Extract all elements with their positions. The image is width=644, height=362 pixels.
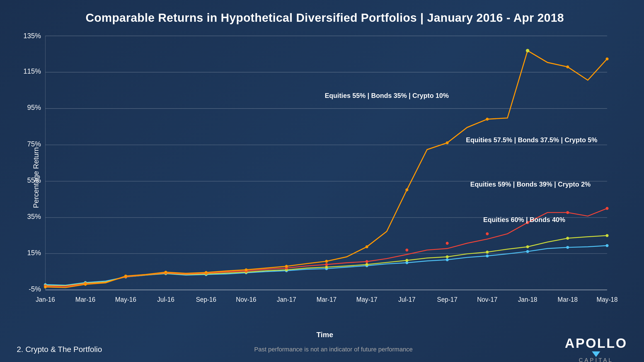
logo-subtitle: CAPITAL — [579, 357, 613, 362]
svg-point-58 — [486, 251, 489, 254]
svg-text:Jan-17: Jan-17 — [277, 296, 296, 303]
chart-title: Comparable Returns in Hypothetical Diver… — [22, 11, 627, 25]
disclaimer-text: Past performance is not an indicator of … — [102, 346, 565, 353]
svg-text:Equities 55% | Bonds 35% | Cry: Equities 55% | Bonds 35% | Crypto 10% — [325, 92, 449, 99]
page-container: Comparable Returns in Hypothetical Diver… — [0, 0, 644, 362]
svg-text:May-17: May-17 — [356, 296, 377, 303]
svg-text:75%: 75% — [27, 140, 41, 148]
svg-point-56 — [405, 259, 408, 262]
svg-point-72 — [446, 242, 449, 245]
svg-point-57 — [446, 255, 449, 259]
svg-text:Equities 59% | Bonds 39% | Cry: Equities 59% | Bonds 39% | Crypto 2% — [470, 180, 591, 188]
bottom-left-text: 2. Crypto & The Portfolio — [17, 345, 102, 354]
svg-point-89 — [526, 49, 529, 52]
svg-point-90 — [566, 66, 569, 69]
svg-point-86 — [405, 188, 408, 191]
svg-point-88 — [486, 118, 489, 121]
svg-point-81 — [205, 271, 207, 274]
logo-triangle-icon — [592, 351, 600, 357]
svg-point-85 — [365, 245, 368, 248]
svg-text:35%: 35% — [27, 213, 41, 220]
svg-point-42 — [446, 258, 449, 261]
svg-point-75 — [566, 211, 569, 214]
svg-text:Nov-16: Nov-16 — [236, 296, 256, 303]
svg-point-83 — [285, 265, 288, 268]
svg-point-46 — [606, 244, 609, 247]
svg-text:May-16: May-16 — [115, 296, 136, 303]
bottom-bar: 2. Crypto & The Portfolio Past performan… — [0, 337, 644, 362]
svg-point-61 — [606, 234, 609, 237]
svg-text:115%: 115% — [23, 67, 41, 75]
svg-text:135%: 135% — [23, 33, 41, 40]
svg-point-60 — [566, 237, 569, 240]
svg-text:Mar-16: Mar-16 — [75, 296, 95, 303]
svg-point-79 — [124, 274, 127, 277]
svg-point-70 — [365, 260, 368, 263]
svg-text:Nov-17: Nov-17 — [477, 296, 497, 303]
svg-point-87 — [446, 141, 449, 144]
svg-point-71 — [405, 248, 408, 252]
svg-point-91 — [606, 57, 609, 61]
svg-text:Jan-16: Jan-16 — [36, 296, 55, 303]
svg-text:Jul-16: Jul-16 — [157, 296, 175, 303]
chart-area: Percentage Return -5% — [22, 33, 627, 322]
svg-point-76 — [606, 207, 609, 210]
chart-svg: -5% 15% 35% 55% 75% 95% 115% 135% Jan-16… — [22, 33, 627, 322]
svg-text:Jul-17: Jul-17 — [398, 296, 416, 303]
svg-point-80 — [164, 271, 167, 274]
logo-name: APOLLO — [565, 336, 627, 351]
apollo-logo: APOLLO CAPITAL — [565, 336, 627, 362]
svg-point-55 — [365, 263, 368, 266]
svg-point-45 — [566, 246, 569, 249]
svg-text:Equities 57.5% | Bonds 37.5% |: Equities 57.5% | Bonds 37.5% | Crypto 5% — [466, 136, 597, 144]
svg-text:Jan-18: Jan-18 — [518, 296, 537, 303]
svg-text:Equities 60% | Bonds 40%: Equities 60% | Bonds 40% — [483, 216, 565, 223]
svg-point-59 — [526, 245, 529, 248]
svg-text:15%: 15% — [27, 248, 41, 256]
svg-text:95%: 95% — [27, 103, 41, 111]
svg-point-43 — [486, 254, 489, 257]
svg-text:Mar-17: Mar-17 — [316, 296, 336, 303]
svg-text:-5%: -5% — [29, 285, 41, 293]
y-axis-label: Percentage Return — [32, 147, 40, 208]
svg-text:Mar-18: Mar-18 — [558, 296, 578, 303]
svg-text:Sep-16: Sep-16 — [196, 296, 216, 303]
svg-point-84 — [325, 260, 328, 263]
svg-text:May-18: May-18 — [597, 296, 618, 303]
svg-point-73 — [486, 232, 489, 235]
svg-point-82 — [245, 268, 248, 271]
svg-point-78 — [84, 283, 87, 286]
svg-point-44 — [526, 250, 529, 253]
svg-text:Sep-17: Sep-17 — [437, 296, 457, 303]
svg-point-69 — [325, 263, 328, 266]
svg-point-54 — [325, 266, 328, 269]
